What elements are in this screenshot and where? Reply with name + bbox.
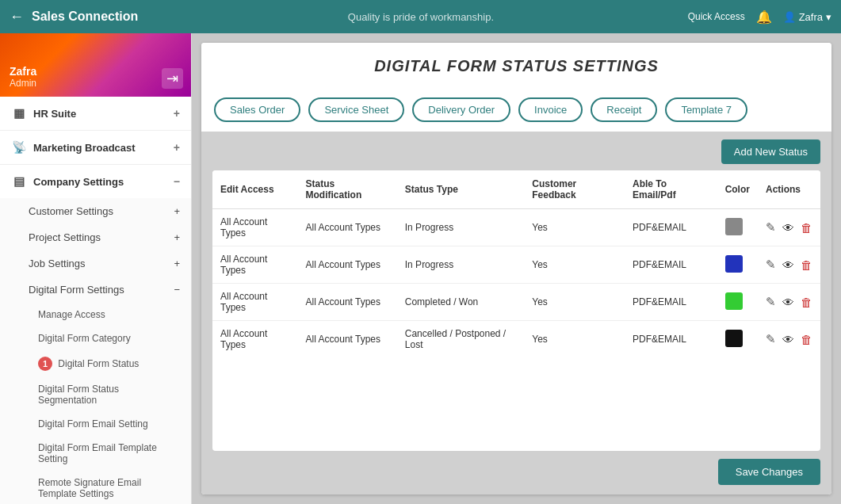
view-icon[interactable]: 👁 <box>782 258 794 272</box>
col-customer-feedback: Customer Feedback <box>524 170 625 209</box>
action-icons: ✎ 👁 🗑 <box>766 220 812 235</box>
view-icon[interactable]: 👁 <box>782 221 794 235</box>
table-row: All Account Types All Account Types Canc… <box>212 321 820 358</box>
bell-icon[interactable]: 🔔 <box>756 10 772 25</box>
col-status-type: Status Type <box>397 170 524 209</box>
edit-icon[interactable]: ✎ <box>766 220 776 235</box>
edit-icon[interactable]: ✎ <box>766 258 776 272</box>
add-new-status-button[interactable]: Add New Status <box>721 139 820 164</box>
col-edit-access: Edit Access <box>212 170 298 209</box>
col-able-to-email: Able To Email/Pdf <box>625 170 717 209</box>
sidebar-item-digital-form-status[interactable]: 1 Digital Form Status <box>0 350 191 377</box>
action-icons: ✎ 👁 🗑 <box>766 258 812 272</box>
main-content: DIGITAL FORM STATUS SETTINGS Sales Order… <box>192 33 841 504</box>
cell-customer-feedback: Yes <box>524 246 625 284</box>
topbar: ← Sales Connection Quality is pride of w… <box>0 0 841 33</box>
delete-icon[interactable]: 🗑 <box>801 333 812 346</box>
main-panel: DIGITAL FORM STATUS SETTINGS Sales Order… <box>201 43 831 494</box>
sidebar-item-job-settings[interactable]: Job Settings + <box>0 250 191 277</box>
tab-delivery-order[interactable]: Delivery Order <box>412 97 510 122</box>
table-row: All Account Types All Account Types In P… <box>212 246 820 284</box>
cell-status-modification: All Account Types <box>298 209 397 246</box>
action-row: Add New Status <box>212 139 820 164</box>
tab-receipt[interactable]: Receipt <box>591 97 657 122</box>
tagline: Quality is pride of workmanship. <box>154 11 687 23</box>
edit-icon[interactable]: ✎ <box>766 332 776 346</box>
cell-color <box>717 321 758 358</box>
cell-color <box>717 284 758 321</box>
cell-status-type: In Progress <box>397 246 524 284</box>
cell-customer-feedback: Yes <box>524 209 625 246</box>
badge: 1 <box>38 357 52 371</box>
cell-able-email-pdf: PDF&EMAIL <box>625 284 717 321</box>
sidebar-item-project-settings[interactable]: Project Settings + <box>0 224 191 250</box>
exit-button[interactable]: ⇥ <box>162 68 183 89</box>
cell-status-type: Cancelled / Postponed / Lost <box>397 321 524 358</box>
cell-status-modification: All Account Types <box>298 284 397 321</box>
sidebar-item-hr-suite[interactable]: ▦ HR Suite + <box>0 97 191 130</box>
cell-status-modification: All Account Types <box>298 246 397 284</box>
cell-edit-access: All Account Types <box>212 246 298 284</box>
marketing-toggle: + <box>174 141 180 154</box>
hr-toggle: + <box>174 107 180 120</box>
cell-color <box>717 246 758 284</box>
cell-status-type: In Progress <box>397 209 524 246</box>
color-swatch <box>725 292 743 310</box>
company-toggle: − <box>174 175 180 188</box>
sidebar-item-customer-settings[interactable]: Customer Settings + <box>0 198 191 224</box>
sidebar-item-marketing[interactable]: 📡 Marketing Broadcast + <box>0 131 191 164</box>
sidebar-section-marketing: 📡 Marketing Broadcast + <box>0 131 191 165</box>
action-icons: ✎ 👁 🗑 <box>766 295 812 309</box>
status-table-wrapper: Edit Access Status Modification Status T… <box>212 170 820 451</box>
col-color: Color <box>717 170 758 209</box>
cell-customer-feedback: Yes <box>524 284 625 321</box>
sidebar-item-company-settings[interactable]: ▤ Company Settings − <box>0 165 191 198</box>
cell-status-modification: All Account Types <box>298 321 397 358</box>
sidebar-role: Admin <box>10 78 36 89</box>
hr-icon: ▦ <box>11 106 27 120</box>
sidebar-company-label: Company Settings <box>33 176 167 188</box>
dropdown-icon: ▾ <box>826 11 831 23</box>
tab-sales-order[interactable]: Sales Order <box>214 97 300 122</box>
delete-icon[interactable]: 🗑 <box>801 296 812 309</box>
save-changes-button[interactable]: Save Changes <box>718 459 820 485</box>
sidebar-section-company: ▤ Company Settings − Customer Settings +… <box>0 165 191 504</box>
table-header-row: Edit Access Status Modification Status T… <box>212 170 820 209</box>
view-icon[interactable]: 👁 <box>782 296 794 309</box>
topbar-right: Quick Access 🔔 👤 Zafra ▾ <box>688 10 831 25</box>
action-icons: ✎ 👁 🗑 <box>766 332 812 346</box>
col-actions: Actions <box>758 170 820 209</box>
cell-able-email-pdf: PDF&EMAIL <box>625 246 717 284</box>
username-label: Zafra <box>799 11 823 23</box>
sidebar-item-digital-form-category[interactable]: Digital Form Category <box>0 326 191 350</box>
edit-icon[interactable]: ✎ <box>766 295 776 309</box>
delete-icon[interactable]: 🗑 <box>801 221 812 235</box>
cell-color <box>717 209 758 246</box>
col-status-modification: Status Modification <box>298 170 397 209</box>
tab-service-sheet[interactable]: Service Sheet <box>308 97 404 122</box>
user-menu[interactable]: 👤 Zafra ▾ <box>783 11 831 23</box>
view-icon[interactable]: 👁 <box>782 333 794 346</box>
content-area: Add New Status Edit Access Status Modifi… <box>201 132 831 494</box>
tab-template-7[interactable]: Template 7 <box>665 97 747 122</box>
sidebar-item-digital-form-email-setting[interactable]: Digital Form Email Setting <box>0 412 191 436</box>
color-swatch <box>725 255 743 273</box>
cell-edit-access: All Account Types <box>212 209 298 246</box>
sidebar-item-remote-signature[interactable]: Remote Signature Email Template Settings <box>0 471 191 504</box>
table-row: All Account Types All Account Types In P… <box>212 209 820 246</box>
sidebar-item-digital-form-email-template[interactable]: Digital Form Email Template Setting <box>0 436 191 471</box>
app-logo: Sales Connection <box>32 10 138 24</box>
back-button[interactable]: ← <box>10 9 24 25</box>
tab-bar: Sales Order Service Sheet Delivery Order… <box>201 90 831 132</box>
table-row: All Account Types All Account Types Comp… <box>212 284 820 321</box>
sidebar-item-digital-form-status-seg[interactable]: Digital Form Status Segmentation <box>0 377 191 412</box>
status-table: Edit Access Status Modification Status T… <box>212 170 820 357</box>
color-swatch <box>725 330 743 347</box>
sidebar-item-manage-access[interactable]: Manage Access <box>0 303 191 326</box>
cell-edit-access: All Account Types <box>212 321 298 358</box>
quick-access-button[interactable]: Quick Access <box>688 11 745 22</box>
company-icon: ▤ <box>11 174 27 189</box>
delete-icon[interactable]: 🗑 <box>801 258 812 272</box>
sidebar-item-digital-form-settings[interactable]: Digital Form Settings − <box>0 277 191 303</box>
tab-invoice[interactable]: Invoice <box>518 97 583 122</box>
